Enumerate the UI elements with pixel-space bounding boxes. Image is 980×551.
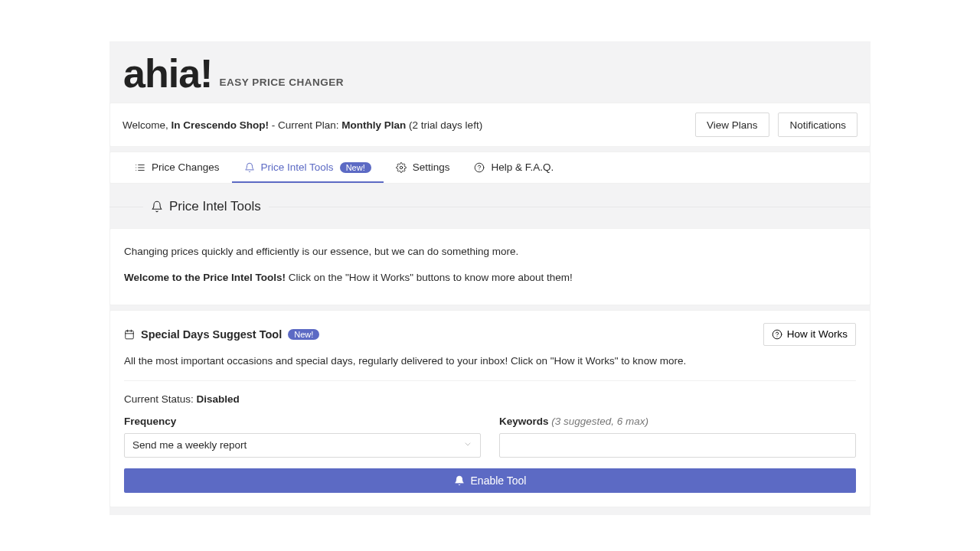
keywords-input[interactable] xyxy=(499,433,856,458)
enable-tool-label: Enable Tool xyxy=(471,474,527,487)
frequency-field: Frequency Send me a weekly report xyxy=(124,416,481,458)
new-badge: New! xyxy=(340,162,371,173)
chevron-down-icon xyxy=(463,439,472,451)
keywords-field: Keywords (3 suggested, 6 max) xyxy=(499,416,856,458)
status-value: Disabled xyxy=(197,393,240,405)
welcome-text: Welcome, In Crescendo Shop! - Current Pl… xyxy=(122,119,482,131)
tab-label: Help & F.A.Q. xyxy=(491,161,554,173)
intro-bold: Welcome to the Price Intel Tools! xyxy=(124,272,286,283)
frequency-select[interactable]: Send me a weekly report xyxy=(124,433,481,458)
tab-label: Price Changes xyxy=(152,161,220,173)
tool-header: Special Days Suggest Tool New! How it Wo… xyxy=(124,323,856,346)
bell-icon xyxy=(454,475,465,486)
view-plans-button[interactable]: View Plans xyxy=(695,112,769,137)
intro-line-1: Changing prices quickly and efficiently … xyxy=(124,244,856,259)
tab-label: Settings xyxy=(413,161,450,173)
intro-rest: Click on the "How it Works" buttons to k… xyxy=(286,272,573,283)
section-header: Price Intel Tools xyxy=(109,199,871,214)
keywords-label: Keywords (3 suggested, 6 max) xyxy=(499,416,856,427)
calendar-icon xyxy=(124,329,135,340)
welcome-plan-prefix: - Current Plan: xyxy=(269,119,341,131)
tab-price-changes[interactable]: Price Changes xyxy=(122,152,232,183)
divider xyxy=(269,207,871,207)
notifications-button[interactable]: Notifications xyxy=(778,112,858,137)
help-icon xyxy=(772,329,782,340)
svg-point-13 xyxy=(773,330,782,339)
tool-status: Current Status: Disabled xyxy=(124,393,856,405)
intro-line-2: Welcome to the Price Intel Tools! Click … xyxy=(124,270,856,285)
welcome-bar: Welcome, In Crescendo Shop! - Current Pl… xyxy=(109,103,871,147)
how-it-works-button[interactable]: How it Works xyxy=(763,323,856,346)
tab-settings[interactable]: Settings xyxy=(384,152,462,183)
tab-help[interactable]: Help & F.A.Q. xyxy=(462,152,566,183)
keywords-label-text: Keywords xyxy=(499,416,551,427)
divider xyxy=(109,207,143,207)
tab-label: Price Intel Tools xyxy=(261,161,334,173)
frequency-label: Frequency xyxy=(124,416,481,427)
tool-description: All the most important occasions and spe… xyxy=(124,355,856,367)
tagline: EASY PRICE CHANGER xyxy=(219,77,344,88)
intro-card: Changing prices quickly and efficiently … xyxy=(109,228,871,305)
help-icon xyxy=(474,162,485,173)
status-label: Current Status: xyxy=(124,393,197,405)
bell-icon xyxy=(151,201,163,213)
new-badge: New! xyxy=(288,329,319,340)
tool-card: Special Days Suggest Tool New! How it Wo… xyxy=(109,310,871,507)
bell-icon xyxy=(244,162,255,173)
divider xyxy=(124,380,856,381)
app-container: ahia! EASY PRICE CHANGER Welcome, In Cre… xyxy=(109,41,871,515)
section-title: Price Intel Tools xyxy=(143,199,269,214)
header: ahia! EASY PRICE CHANGER xyxy=(109,41,871,103)
welcome-actions: View Plans Notifications xyxy=(689,112,858,137)
list-icon xyxy=(135,162,145,173)
section-title-text: Price Intel Tools xyxy=(169,199,261,214)
tabs: Price Changes Price Intel Tools New! Set… xyxy=(109,152,871,184)
welcome-plan: Monthly Plan xyxy=(341,119,406,131)
frequency-value: Send me a weekly report xyxy=(132,439,247,451)
welcome-shop: In Crescendo Shop! xyxy=(172,119,270,131)
welcome-prefix: Welcome, xyxy=(122,119,172,131)
tab-price-intel[interactable]: Price Intel Tools New! xyxy=(232,152,384,183)
tool-title: Special Days Suggest Tool New! xyxy=(124,328,319,341)
tool-title-text: Special Days Suggest Tool xyxy=(141,328,282,341)
logo: ahia! xyxy=(123,54,212,93)
tool-form: Frequency Send me a weekly report Keywor… xyxy=(124,416,856,458)
how-it-works-label: How it Works xyxy=(787,328,848,340)
gear-icon xyxy=(396,162,407,173)
keywords-hint: (3 suggested, 6 max) xyxy=(551,416,648,427)
svg-rect-9 xyxy=(126,331,134,339)
svg-point-7 xyxy=(475,163,485,172)
svg-point-6 xyxy=(400,166,403,169)
welcome-trial: (2 trial days left) xyxy=(406,119,482,131)
enable-tool-button[interactable]: Enable Tool xyxy=(124,468,856,493)
